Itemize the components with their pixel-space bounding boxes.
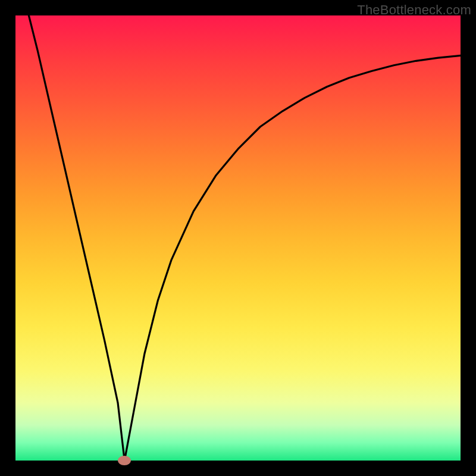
bottleneck-curve [15,15,461,461]
plot-area [15,15,461,461]
minimum-marker [118,456,131,465]
watermark-text: TheBottleneck.com [357,2,471,18]
chart-stage: TheBottleneck.com [0,0,476,476]
